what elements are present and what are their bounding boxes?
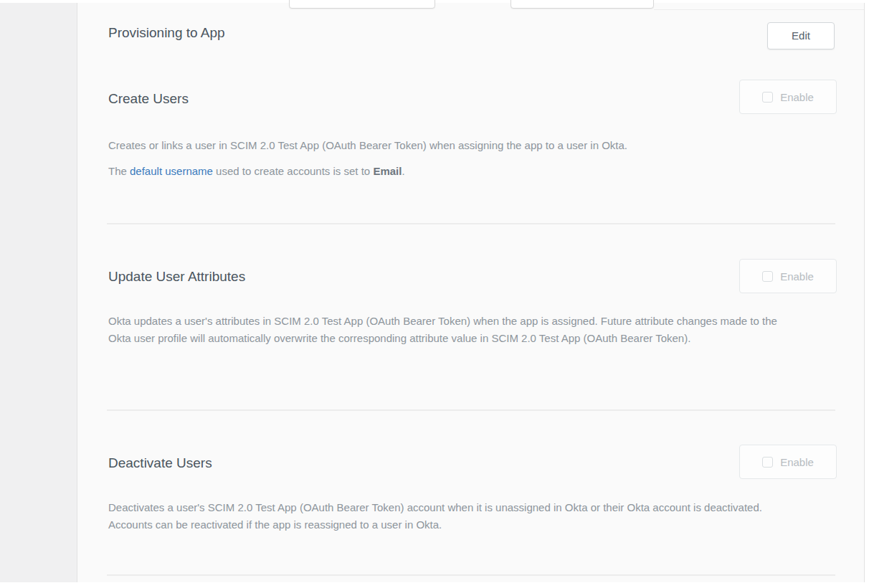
cutoff-input-field-1[interactable]: [289, 0, 435, 9]
enable-toggle-label: Enable: [780, 91, 814, 103]
section-divider: [107, 409, 835, 411]
note-bold-value: Email: [373, 165, 402, 177]
header-divider-segment: [654, 9, 864, 10]
update-user-attributes-description: Okta updates a user's attributes in SCIM…: [108, 313, 789, 347]
enable-toggle-deactivate-users[interactable]: Enable: [739, 445, 837, 479]
section-divider: [107, 574, 835, 576]
edit-button[interactable]: Edit: [767, 22, 835, 49]
checkbox-icon[interactable]: [762, 92, 773, 103]
create-users-username-note: The default username used to create acco…: [108, 163, 405, 180]
enable-toggle-create-users[interactable]: Enable: [739, 80, 837, 114]
enable-toggle-update-user-attributes[interactable]: Enable: [739, 259, 837, 293]
note-text: used to create accounts is set to: [213, 165, 373, 177]
page-title: Provisioning to App: [108, 25, 225, 41]
left-sidebar-background: [0, 3, 77, 582]
enable-toggle-label: Enable: [780, 270, 814, 283]
section-title-create-users: Create Users: [108, 91, 189, 107]
enable-toggle-label: Enable: [780, 456, 814, 468]
deactivate-users-description: Deactivates a user's SCIM 2.0 Test App (…: [108, 499, 789, 534]
note-text: The: [108, 165, 130, 177]
checkbox-icon[interactable]: [762, 271, 773, 282]
create-users-description: Creates or links a user in SCIM 2.0 Test…: [108, 137, 627, 154]
checkbox-icon[interactable]: [762, 457, 773, 468]
provisioning-settings-panel: Provisioning to App Edit Create Users En…: [77, 3, 865, 582]
section-title-update-user-attributes: Update User Attributes: [108, 269, 245, 285]
note-text: .: [402, 165, 404, 177]
section-title-deactivate-users: Deactivate Users: [108, 455, 212, 471]
default-username-link[interactable]: default username: [130, 165, 213, 177]
cutoff-input-field-2[interactable]: [511, 0, 654, 9]
section-divider: [107, 223, 835, 224]
